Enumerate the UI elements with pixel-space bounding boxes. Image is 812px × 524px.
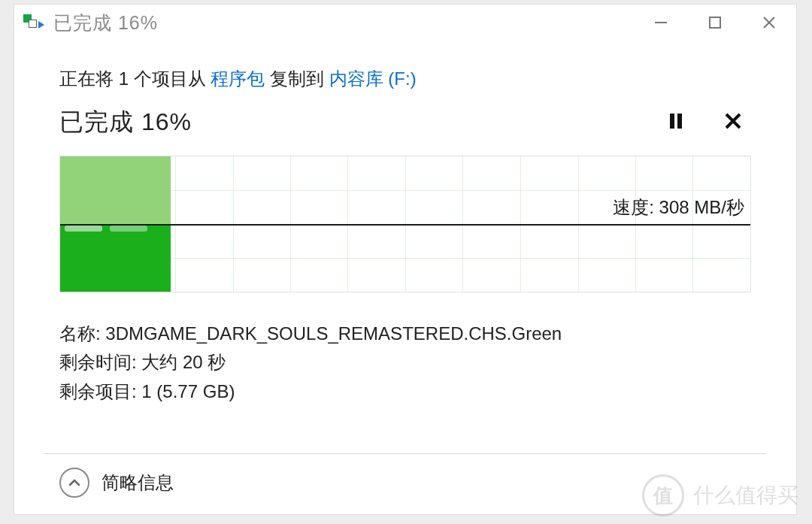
detail-time: 剩余时间: 大约 20 秒 bbox=[59, 348, 751, 377]
watermark-text: 什么值得买 bbox=[693, 481, 798, 510]
minimize-button[interactable] bbox=[634, 5, 688, 41]
brief-info-label[interactable]: 简略信息 bbox=[102, 471, 174, 495]
detail-items: 剩余项目: 1 (5.77 GB) bbox=[59, 377, 751, 406]
copy-description: 正在将 1 个项目从 程序包 复制到 内容库 (F:) bbox=[59, 67, 751, 91]
window-title: 已完成 16% bbox=[53, 11, 158, 35]
copy-icon bbox=[23, 14, 44, 31]
copy-middle: 复制到 bbox=[265, 68, 329, 89]
svg-rect-3 bbox=[677, 114, 682, 129]
close-button[interactable] bbox=[742, 5, 796, 41]
dest-link[interactable]: 内容库 (F:) bbox=[329, 68, 417, 89]
svg-rect-1 bbox=[710, 17, 720, 28]
cancel-button[interactable] bbox=[724, 112, 742, 133]
speed-label: 速度: 308 MB/秒 bbox=[610, 195, 747, 220]
watermark-badge: 值 bbox=[642, 474, 684, 516]
progress-status: 已完成 16% bbox=[59, 106, 192, 139]
watermark: 值 什么值得买 bbox=[642, 474, 798, 516]
svg-rect-2 bbox=[670, 114, 674, 129]
speed-chart: 速度: 308 MB/秒 bbox=[59, 156, 751, 292]
copy-prefix: 正在将 1 个项目从 bbox=[59, 68, 211, 89]
collapse-details-button[interactable] bbox=[59, 468, 89, 498]
details-section: 名称: 3DMGAME_DARK_SOULS_REMASTERED.CHS.Gr… bbox=[59, 320, 751, 406]
divider bbox=[44, 453, 766, 454]
file-copy-dialog: 已完成 16% 正在将 1 个项目从 程序包 复制到 内容库 (F:) 已完成 … bbox=[14, 4, 797, 515]
titlebar[interactable]: 已完成 16% bbox=[14, 5, 796, 41]
pause-button[interactable] bbox=[667, 112, 685, 133]
source-link[interactable]: 程序包 bbox=[211, 68, 265, 89]
detail-name: 名称: 3DMGAME_DARK_SOULS_REMASTERED.CHS.Gr… bbox=[59, 320, 751, 348]
maximize-button[interactable] bbox=[688, 5, 742, 41]
